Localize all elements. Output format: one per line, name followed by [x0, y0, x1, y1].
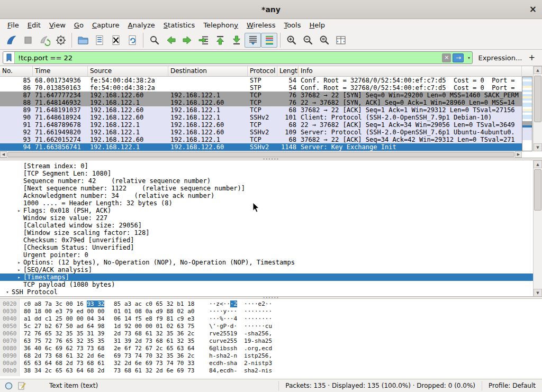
hex-row-0040[interactable]: 0040a1 dd c1 25 00 00 04 3406 14 f5 e8 f…: [0, 315, 542, 323]
packet-row-89[interactable]: 8971.648191037192.168.122.60192.168.122.…: [0, 106, 522, 114]
auto-scroll-button[interactable]: [245, 33, 261, 48]
expression-button[interactable]: Expression...: [473, 54, 527, 62]
packet-row-87[interactable]: 8771.647777234192.168.122.60192.168.122.…: [0, 92, 522, 99]
go-first-button[interactable]: [212, 33, 228, 48]
detail-line[interactable]: [Checksum Status: Unverified]: [0, 244, 533, 251]
reload-file-button[interactable]: [124, 33, 140, 48]
go-forward-button[interactable]: [179, 33, 195, 48]
display-filter-field[interactable]: × → ▾: [3, 51, 473, 64]
detail-line[interactable]: [Stream index: 0]: [0, 162, 533, 170]
packet-row-93[interactable]: 9371.662015274192.168.122.60192.168.122.…: [0, 136, 522, 143]
filter-dropdown-button[interactable]: ▾: [465, 52, 472, 63]
go-last-button[interactable]: [228, 33, 245, 48]
status-profile[interactable]: Profile: Default: [482, 381, 542, 390]
capture-comment-button[interactable]: [17, 381, 26, 390]
expand-icon[interactable]: ▸: [10, 296, 19, 296]
restart-capture-button[interactable]: [36, 33, 52, 48]
detail-line[interactable]: ▸Flags: 0x018 (PSH, ACK): [0, 207, 533, 214]
detail-line[interactable]: [Window size scaling factor: 128]: [0, 229, 533, 236]
packet-row-94[interactable]: 9471.663856741192.168.122.1192.168.122.6…: [0, 143, 522, 151]
details-vscrollbar[interactable]: ▲ ▼: [533, 160, 542, 297]
packet-row-92[interactable]: 9271.661949820192.168.122.1192.168.122.6…: [0, 129, 522, 136]
hex-row-00a0[interactable]: 00a065 63 64 68 2d 73 68 6132 2d 6e 69 7…: [0, 360, 542, 367]
menu-wireless[interactable]: Wireless: [242, 20, 279, 30]
hex-row-0080[interactable]: 008036 40 6c 69 62 73 73 682e 6f 72 67 2…: [0, 345, 542, 352]
packet-list-hscrollbar[interactable]: ◀ ▶: [0, 151, 522, 158]
open-file-button[interactable]: [75, 33, 91, 48]
filter-add-button[interactable]: +: [527, 53, 539, 62]
detail-line[interactable]: 1000 .... = Header Length: 32 bytes (8): [0, 199, 533, 207]
packet-row-85[interactable]: 8568.001734936fe:54:00:d4:38:2aSTP54Conf…: [0, 77, 522, 84]
detail-line[interactable]: ▾SSH Protocol: [0, 288, 533, 296]
detail-line[interactable]: [TCP Segment Len: 1080]: [0, 170, 533, 177]
column-header-source[interactable]: Source: [88, 66, 168, 76]
detail-line[interactable]: Window size value: 227: [0, 214, 533, 222]
scroll-up-icon[interactable]: ▲: [534, 66, 542, 74]
packet-row-86[interactable]: 8670.013850163fe:54:00:d4:38:2aSTP54Conf…: [0, 84, 522, 92]
column-header-no[interactable]: No.: [0, 66, 33, 76]
column-header-length[interactable]: Length: [277, 66, 299, 76]
filter-apply-button[interactable]: →: [453, 53, 464, 62]
display-filter-input[interactable]: [15, 54, 442, 62]
close-window-button[interactable]: ×: [529, 4, 537, 14]
save-file-button[interactable]: [91, 33, 107, 48]
menu-statistics[interactable]: Statistics: [159, 20, 199, 30]
packet-list-vscrollbar[interactable]: ▲ ▼: [533, 66, 542, 151]
column-header-destination[interactable]: Destination: [168, 66, 248, 76]
packet-row-88[interactable]: 8871.648146932192.168.122.1192.168.122.6…: [0, 99, 522, 106]
expand-icon[interactable]: ▸: [15, 207, 23, 214]
hex-row-0090[interactable]: 009068 2d 73 68 61 32 2d 6e69 73 74 70 3…: [0, 352, 542, 360]
menu-file[interactable]: File: [3, 20, 23, 30]
expand-icon[interactable]: ▸: [15, 266, 23, 274]
packet-list-hscroll-thumb[interactable]: [7, 152, 514, 157]
packet-list-minimap-scrollbar[interactable]: [522, 77, 532, 151]
find-packet-button[interactable]: [146, 33, 162, 48]
zoom-out-button[interactable]: [300, 33, 316, 48]
column-header-protocol[interactable]: Protocol: [248, 66, 277, 76]
menu-telephony[interactable]: Telephony: [199, 20, 242, 30]
packet-list-vscroll-thumb[interactable]: [534, 76, 541, 122]
hex-row-00b0[interactable]: 00b038 34 2c 65 63 64 68 2d73 68 61 32 2…: [0, 367, 542, 375]
filter-bookmark-button[interactable]: [3, 52, 15, 63]
scroll-left-icon[interactable]: ◀: [0, 151, 7, 158]
detail-line[interactable]: Urgent pointer: 0: [0, 251, 533, 259]
expand-icon[interactable]: ▸: [15, 274, 23, 281]
hex-row-0070[interactable]: 007063 75 72 76 65 32 35 3531 39 2d 73 6…: [0, 338, 542, 345]
expert-info-button[interactable]: [4, 381, 13, 390]
detail-line[interactable]: ▸[SEQ/ACK analysis]: [0, 266, 533, 274]
expand-icon[interactable]: ▸: [15, 259, 23, 266]
detail-line[interactable]: [Next sequence number: 1122 (relative se…: [0, 185, 533, 192]
detail-line[interactable]: Sequence number: 42 (relative sequence n…: [0, 177, 533, 185]
column-header-time[interactable]: Time: [33, 66, 88, 76]
zoom-in-button[interactable]: [283, 33, 300, 48]
hex-row-0020[interactable]: 0020c0 a8 7a 3c 00 16 93 3285 a3 ac c0 6…: [0, 300, 542, 308]
detail-line[interactable]: ▸[Timestamps]: [0, 274, 533, 281]
close-file-button[interactable]: [107, 33, 124, 48]
capture-options-button[interactable]: [52, 33, 69, 48]
go-to-packet-button[interactable]: [195, 33, 212, 48]
hex-row-0060[interactable]: 006072 76 65 32 35 35 31 392d 73 68 61 3…: [0, 330, 542, 338]
menu-view[interactable]: View: [45, 20, 70, 30]
stop-capture-button[interactable]: [20, 33, 36, 48]
hex-row-0030[interactable]: 003080 18 00 e3 79 ed 00 0001 01 08 0a d…: [0, 308, 542, 315]
filter-clear-button[interactable]: ×: [442, 53, 451, 62]
detail-line[interactable]: [Calculated window size: 29056]: [0, 222, 533, 229]
packet-row-90[interactable]: 9071.648618924192.168.122.60192.168.122.…: [0, 114, 522, 121]
resize-columns-button[interactable]: [332, 33, 349, 48]
column-header-info[interactable]: Info: [299, 66, 522, 76]
menu-analyze[interactable]: Analyze: [124, 20, 159, 30]
zoom-original-button[interactable]: [316, 33, 332, 48]
scroll-right-icon[interactable]: ▶: [515, 151, 522, 158]
start-capture-button[interactable]: [3, 33, 20, 48]
scroll-down-icon[interactable]: ▼: [534, 143, 542, 151]
detail-line[interactable]: Acknowledgment number: 34 (relative ack …: [0, 192, 533, 199]
colorize-button[interactable]: [261, 33, 277, 48]
packet-row-91[interactable]: 9171.648789678192.168.122.1192.168.122.6…: [0, 121, 522, 129]
detail-line[interactable]: Checksum: 0x79ed [unverified]: [0, 236, 533, 244]
collapse-icon[interactable]: ▾: [3, 288, 12, 296]
menu-tools[interactable]: Tools: [279, 20, 305, 30]
go-back-button[interactable]: [162, 33, 179, 48]
title-bar[interactable]: *any ×: [0, 0, 542, 19]
detail-line[interactable]: ▸Options: (12 bytes), No-Operation (NOP)…: [0, 259, 533, 266]
menu-help[interactable]: Help: [305, 20, 329, 30]
